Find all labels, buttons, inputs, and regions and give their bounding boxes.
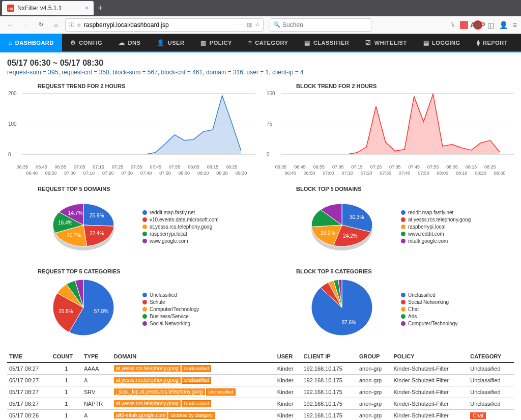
reason-badge: Unclassified	[182, 377, 212, 384]
legend-item: Social Networking	[142, 321, 199, 326]
browser-tab[interactable]: nx NxFilter v4.5.1.1 ×	[2, 1, 94, 15]
legend-item: reddit.map.fastly.net	[142, 210, 219, 215]
chart-title: REQUEST TOP 5 DOMAINS	[38, 186, 255, 192]
table-row[interactable]: 05/17 08:26 1 A alt6-mtalk.google.comBlo…	[7, 410, 514, 421]
legend-item: at.yesss.rcs.telephony.goog	[142, 224, 219, 230]
more-icon[interactable]: ⋯	[238, 21, 244, 28]
reload-button[interactable]: ↻	[35, 19, 47, 31]
legend-item: Business/Service	[142, 314, 199, 319]
reason-badge: Unclassified	[206, 388, 236, 396]
account-icon[interactable]: 👤	[499, 21, 508, 29]
chart-title: BLOCK TREND FOR 2 HOURS	[296, 83, 514, 89]
legend-item: raspberrypi.local	[401, 224, 471, 230]
nav-icon: ▤	[423, 39, 429, 46]
svg-text:20.7%: 20.7%	[67, 233, 81, 238]
legend-dot-icon	[142, 225, 147, 229]
legend-dot-icon	[142, 321, 147, 326]
legend-dot-icon	[142, 293, 147, 297]
domain-badge: at.yesss.rcs.telephony.goog	[114, 400, 181, 407]
close-tab-icon[interactable]: ×	[85, 5, 89, 12]
nav-policy[interactable]: ▥POLICY	[192, 34, 240, 51]
nav-classifier[interactable]: ▤CLASSIFIER	[296, 34, 357, 51]
svg-text:25.9%: 25.9%	[90, 213, 104, 218]
domain-badge: at.yesss.rcs.telephony.goog	[114, 377, 181, 383]
chart-title: REQUEST TREND FOR 2 HOURS	[38, 83, 255, 89]
legend-dot-icon	[142, 307, 147, 312]
table-row[interactable]: 05/17 08:27 1 A at.yesss.rcs.telephony.g…	[7, 375, 514, 386]
legend-item: raspberrypi.local	[142, 231, 219, 237]
reason-badge: Unclassified	[182, 400, 212, 407]
ext1-icon[interactable]	[460, 21, 468, 29]
col-domain: DOMAIN	[112, 351, 275, 362]
nav-config[interactable]: ⚙CONFIG	[62, 34, 110, 51]
legend-dot-icon	[401, 314, 406, 319]
table-row[interactable]: 05/17 08:27 1 NAPTR at.yesss.rcs.telepho…	[7, 398, 514, 410]
legend-dot-icon	[142, 314, 147, 319]
chart-block_trend: BLOCK TREND FOR 2 HOURS 075150 06:3506:4…	[266, 83, 514, 178]
reader-icon[interactable]: ▥	[247, 21, 252, 28]
legend-item: mtalk.google.com	[401, 238, 471, 244]
col-category: CATEGORY	[468, 351, 514, 362]
search-box[interactable]: 🔍	[270, 18, 371, 32]
svg-text:57.8%: 57.8%	[94, 309, 108, 314]
search-input[interactable]	[282, 21, 368, 29]
back-button[interactable]: ←	[4, 19, 16, 31]
svg-text:24.2%: 24.2%	[343, 233, 357, 239]
nav-help[interactable]: ?HELP	[516, 34, 521, 51]
log-table: TIMECOUNTTYPEDOMAINUSERCLIENT IPGROUPPOL…	[7, 351, 514, 420]
url-input[interactable]	[84, 21, 235, 29]
menu-icon[interactable]: ≡	[513, 21, 517, 29]
legend: UnclassifiedSocial NetworkingChatAdsComp…	[401, 292, 457, 328]
table-row[interactable]: 05/17 08:27 1 SRV _sips._tcp.at.yesss.rc…	[7, 386, 514, 398]
nav-logging[interactable]: ▤LOGGING	[415, 34, 469, 51]
forward-button: →	[19, 19, 32, 31]
home-button[interactable]: ⌂	[50, 19, 62, 31]
sidebar-icon[interactable]: ◫	[487, 21, 494, 29]
legend-item: v10.events.data.microsoft.com	[142, 217, 219, 222]
nav-dns[interactable]: ☁DNS	[110, 34, 149, 51]
legend-item: Social Networking	[401, 299, 457, 305]
col-time: TIME	[7, 351, 51, 362]
nav-category[interactable]: ≡CATEGORY	[240, 34, 297, 51]
svg-text:87.6%: 87.6%	[341, 320, 356, 325]
legend-dot-icon	[401, 232, 406, 236]
legend: reddit.map.fastly.netat.yesss.rcs.teleph…	[401, 210, 471, 245]
col-user: USER	[275, 351, 302, 362]
nav-user[interactable]: 👤USER	[149, 34, 192, 51]
nav-icon: ≡	[248, 39, 252, 46]
nav-report[interactable]: ⧫REPORT	[469, 34, 516, 51]
url-bar[interactable]: ⓘ ⌀ ⋯ ▥ ☆	[65, 18, 264, 32]
legend-item: www.google.com	[142, 238, 219, 244]
col-type: TYPE	[82, 351, 112, 362]
legend-item: Computer/Technology	[401, 321, 457, 326]
chart-block_cats: BLOCK TOP 5 CATEGORIES 87.6% Unclassifie…	[266, 268, 514, 341]
legend-item: Unclassified	[142, 292, 199, 298]
legend-dot-icon	[401, 307, 406, 312]
table-row[interactable]: 05/17 08:27 1 AAAA at.yesss.rcs.telephon…	[7, 362, 514, 375]
reason-badge: Blocked by category	[168, 412, 215, 419]
nav-dashboard[interactable]: ⌂DASHBOARD	[0, 34, 62, 51]
svg-text:25.8%: 25.8%	[59, 309, 73, 314]
favicon-icon: nx	[7, 5, 14, 12]
maximize-icon[interactable]: ☐	[503, 5, 509, 12]
stats-summary: request-sum = 395, request-cnt = 350, bl…	[7, 69, 514, 76]
nav-whitelist[interactable]: ☑WHITELIST	[357, 34, 415, 51]
star-icon[interactable]: ☆	[255, 21, 260, 28]
chart-title: BLOCK TOP 5 DOMAINS	[296, 186, 514, 192]
domain-badge: at.yesss.rcs.telephony.goog	[114, 365, 181, 372]
minimize-icon[interactable]: —	[490, 5, 497, 12]
new-tab-button[interactable]: +	[98, 3, 103, 14]
svg-text:16.4%: 16.4%	[58, 220, 72, 226]
time-range-title: 05/17 06:30 ~ 05/17 08:30	[7, 59, 514, 68]
library-icon[interactable]: ⑊	[451, 21, 455, 29]
nav-icon: ▥	[200, 39, 207, 46]
adblock-icon[interactable]: ABP	[473, 20, 482, 30]
chart-title: BLOCK TOP 5 CATEGORIES	[296, 268, 514, 274]
col-count: COUNT	[51, 351, 82, 362]
info-icon[interactable]: ⓘ	[69, 21, 74, 29]
domain-badge: alt6-mtalk.google.com	[114, 412, 168, 418]
chart-block_domains: BLOCK TOP 5 DOMAINS 30.3%24.2%19.2% redd…	[266, 186, 514, 258]
svg-text:14.7%: 14.7%	[68, 210, 82, 216]
close-window-icon[interactable]: ✕	[515, 5, 521, 12]
chart-req_domains: REQUEST TOP 5 DOMAINS 25.9%22.4%20.7%16.…	[7, 186, 255, 258]
